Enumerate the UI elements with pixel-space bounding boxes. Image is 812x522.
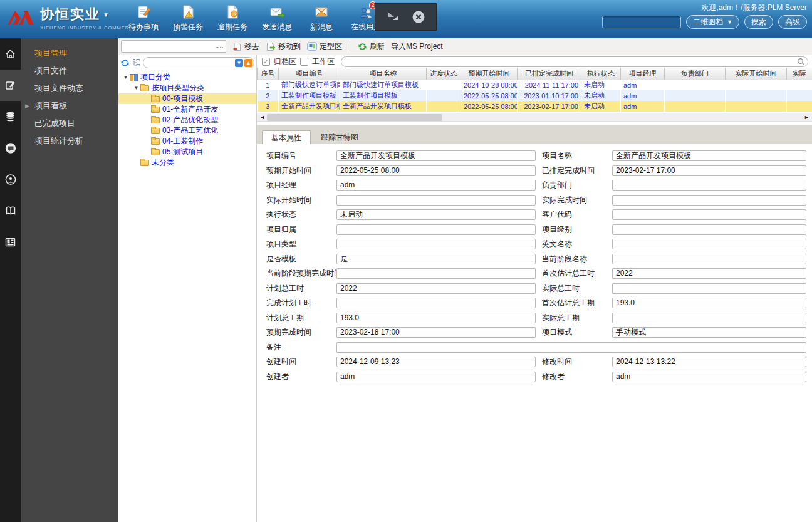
column-header[interactable]: 项目经理 [621,68,665,80]
rail-broadcast[interactable] [0,164,21,195]
move-to-button[interactable]: 移动到 [266,41,301,52]
rail-projects[interactable] [0,70,21,101]
tree-item[interactable]: ▼ 项目分类 [118,72,256,83]
detail-tab[interactable]: 跟踪甘特图 [312,130,367,145]
field-input[interactable] [612,313,806,323]
field-input[interactable] [612,283,806,294]
scroll-left-arrow[interactable]: ◄ [259,114,265,120]
nav-overdue-tasks[interactable]: 逾期任务 [214,4,251,33]
field-input[interactable]: 193.0 [336,313,536,323]
nav-send-message[interactable]: 发送消息 [259,4,295,33]
column-header[interactable]: 已排定完成时间 [518,68,581,80]
field-input[interactable]: 2022 [336,283,536,294]
column-header[interactable]: 预期开始时间 [461,68,518,80]
field-input[interactable]: adm [336,180,536,191]
tree-refresh-icon[interactable] [120,58,130,68]
sidebar-menu-item[interactable]: 项目文件 [21,62,118,80]
field-input[interactable] [612,180,806,191]
column-header[interactable]: 实际 [787,68,812,80]
search-next-button[interactable]: ▼ [235,59,243,67]
sidebar-menu-item[interactable]: 项目文件动态 [21,80,118,97]
field-input[interactable] [612,209,806,220]
tree-item[interactable]: 04-工装制作 [118,136,256,147]
note-input[interactable] [336,342,806,353]
field-input[interactable] [612,254,806,264]
tree-expand-arrow[interactable]: ▼ [132,85,140,91]
remove-button[interactable]: 移去 [232,41,259,52]
field-input[interactable] [612,195,806,206]
table-row[interactable]: 3 全新产品开发项目模... 全新产品开发项目模板 2022-05-25 08:… [258,101,812,112]
column-header[interactable]: 序号 [258,68,279,80]
collapse-triangles-icon[interactable] [386,10,401,24]
rail-data[interactable] [0,101,21,132]
table-row[interactable]: 1 部门级快速订单项目... 部门级快速订单项目模板 2024-10-28 08… [258,80,812,90]
tree-item[interactable]: 00-项目模板 [118,93,256,104]
advanced-search-button[interactable]: 高级 [778,15,807,29]
tree-item[interactable]: 05-测试项目 [118,147,256,157]
rail-library[interactable] [0,195,21,226]
column-header[interactable]: 项目编号 [279,68,340,80]
detail-tab[interactable]: 基本属性 [262,130,311,145]
field-input[interactable]: 全新产品开发项目模板 [336,150,536,161]
org-structure-icon[interactable] [132,58,141,67]
column-header[interactable]: 实际开始时间 [726,68,787,80]
field-input[interactable] [612,239,806,249]
field-input[interactable] [336,239,536,249]
project-filter-input[interactable] [341,56,808,67]
workspace-checkbox[interactable] [300,58,308,66]
field-input[interactable]: 2022-05-25 08:00 [336,165,536,176]
field-input[interactable]: adm [612,372,806,382]
rail-home[interactable] [0,38,21,70]
field-input[interactable]: 2024-12-09 13:23 [336,357,536,367]
field-input[interactable]: 是 [336,254,536,264]
field-input[interactable] [336,224,536,235]
field-input[interactable] [336,268,536,279]
rail-messages[interactable] [0,132,21,164]
search-category-dropdown[interactable]: 二维图档 ▼ [686,15,739,29]
import-ms-project-button[interactable]: 导入MS Project [391,41,443,52]
rail-dashboard[interactable] [0,226,21,258]
sidebar-menu-item[interactable]: 项目统计分析 [21,132,118,150]
tree-item[interactable]: 01-全新产品开发 [118,104,256,115]
field-input[interactable]: 2023-02-17 17:00 [612,165,806,176]
column-header[interactable]: 进度状态 [427,68,461,80]
scroll-right-arrow[interactable]: ► [804,114,809,120]
field-input[interactable]: 193.0 [612,298,806,308]
archive-checkbox[interactable]: ✓ [262,58,270,66]
logo[interactable]: 协恒实业▼ XIEHENG INDUSTRY & COMMERCE [6,5,137,31]
view-combobox[interactable]: ⌄⌄ [121,40,226,53]
column-header[interactable]: 项目名称 [340,68,427,80]
header-search-input[interactable] [602,16,681,28]
search-prev-button[interactable]: ▲ [244,59,252,67]
field-input[interactable]: 手动模式 [612,327,806,338]
field-input[interactable]: 未启动 [336,209,536,220]
tree-item[interactable]: 02-产品优化改型 [118,115,256,125]
tree-item[interactable]: ▼ 按项目类型分类 [118,83,256,93]
column-header[interactable]: 负责部门 [665,68,726,80]
sidebar-menu-item[interactable]: 已完成项目 [21,115,118,132]
nav-new-message[interactable]: 新消息 [303,4,340,33]
field-input[interactable]: 2024-12-13 13:22 [612,357,806,367]
search-button[interactable]: 搜索 [744,15,773,29]
field-input[interactable] [612,224,806,235]
tree-search-input[interactable]: ▼ ▲ [143,57,254,68]
tree-item[interactable]: 03-产品工艺优化 [118,125,256,136]
table-row[interactable]: 2 工装制作项目模板 工装制作项目模板 2022-05-25 08:00 202… [258,90,812,101]
fixed-zone-button[interactable]: 定型区 [307,41,342,52]
sidebar-menu-item[interactable]: ▶ 项目看板 [21,97,118,115]
logo-caret-icon[interactable]: ▼ [103,11,110,18]
tree-item[interactable]: 未分类 [118,157,256,168]
field-input[interactable] [336,195,536,206]
field-input[interactable]: adm [336,372,536,382]
close-icon[interactable] [411,9,426,24]
nav-warning-tasks[interactable]: 预警任务 [170,4,206,33]
field-input[interactable]: 2022 [612,268,806,279]
horizontal-scrollbar[interactable]: ◄ ► [257,113,812,122]
field-input[interactable]: 2023-02-18 17:00 [336,327,536,338]
nav-todo[interactable]: 待办事项 [125,4,162,33]
refresh-button[interactable]: 刷新 [358,41,385,52]
field-input[interactable]: 全新产品开发项目模板 [612,150,806,161]
column-header[interactable]: 执行状态 [581,68,621,80]
sidebar-menu-item[interactable]: 项目管理 [21,44,118,62]
scrollbar-thumb[interactable] [267,114,442,121]
